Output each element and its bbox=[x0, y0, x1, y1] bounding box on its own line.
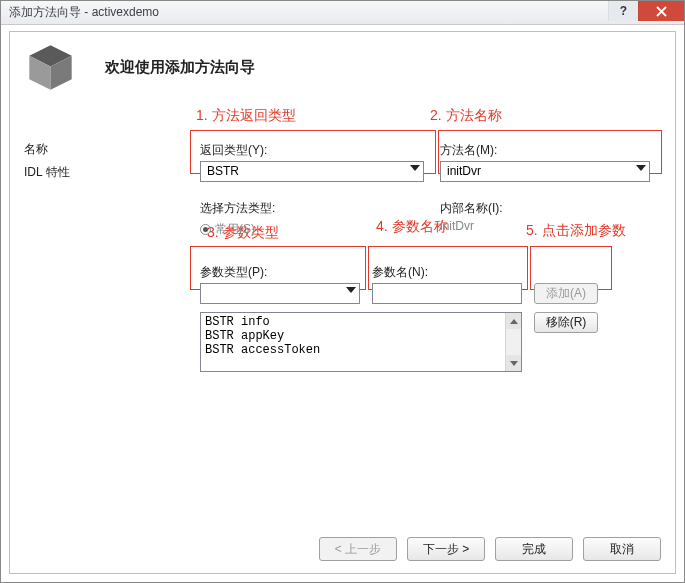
list-item[interactable]: BSTR appKey bbox=[205, 329, 517, 343]
internal-name-value: initDvr bbox=[440, 219, 655, 233]
param-type-label: 参数类型(P): bbox=[200, 264, 360, 281]
param-name-label: 参数名(N): bbox=[372, 264, 522, 281]
list-item[interactable]: BSTR info bbox=[205, 315, 517, 329]
scrollbar[interactable] bbox=[505, 313, 521, 371]
chevron-down-icon bbox=[410, 165, 420, 171]
chevron-up-icon bbox=[510, 319, 518, 324]
annotation-1: 1. 方法返回类型 bbox=[196, 107, 296, 125]
list-item[interactable]: BSTR accessToken bbox=[205, 343, 517, 357]
scroll-up-button[interactable] bbox=[506, 313, 522, 329]
window-title: 添加方法向导 - activexdemo bbox=[9, 4, 159, 21]
method-name-label: 方法名(M): bbox=[440, 142, 655, 159]
close-button[interactable] bbox=[638, 1, 684, 21]
add-param-button[interactable]: 添加(A) bbox=[534, 283, 598, 304]
titlebar: 添加方法向导 - activexdemo ? bbox=[1, 1, 684, 25]
chevron-down-icon bbox=[510, 361, 518, 366]
wizard-nav: 名称 IDL 特性 bbox=[24, 138, 164, 184]
annotation-2: 2. 方法名称 bbox=[430, 107, 502, 125]
help-button[interactable]: ? bbox=[608, 1, 638, 21]
remove-param-button[interactable]: 移除(R) bbox=[534, 312, 598, 333]
close-icon bbox=[656, 6, 667, 17]
method-name-value: initDvr bbox=[447, 164, 481, 178]
nav-item-name[interactable]: 名称 bbox=[24, 138, 164, 161]
radio-common: 常用(S) bbox=[200, 221, 440, 238]
wizard-cube-icon bbox=[24, 41, 77, 94]
wizard-header: 欢迎使用添加方法向导 bbox=[10, 32, 675, 94]
params-listbox[interactable]: BSTR info BSTR appKey BSTR accessToken bbox=[200, 312, 522, 372]
chevron-down-icon bbox=[346, 287, 356, 293]
form-area: 返回类型(Y): BSTR 方法名(M): initDvr 选择方法类型: bbox=[200, 142, 655, 372]
return-type-label: 返回类型(Y): bbox=[200, 142, 440, 159]
wizard-footer: < 上一步 下一步 > 完成 取消 bbox=[319, 537, 661, 561]
return-type-combo[interactable]: BSTR bbox=[200, 161, 424, 182]
scroll-down-button[interactable] bbox=[506, 355, 522, 371]
chevron-down-icon bbox=[636, 165, 646, 171]
cancel-button[interactable]: 取消 bbox=[583, 537, 661, 561]
prev-button[interactable]: < 上一步 bbox=[319, 537, 397, 561]
radio-common-label: 常用(S) bbox=[215, 221, 255, 238]
nav-item-idl[interactable]: IDL 特性 bbox=[24, 161, 164, 184]
return-type-value: BSTR bbox=[207, 164, 239, 178]
title-controls: ? bbox=[608, 1, 684, 21]
select-method-type-label: 选择方法类型: bbox=[200, 200, 440, 217]
radio-icon bbox=[200, 224, 211, 235]
wizard-title: 欢迎使用添加方法向导 bbox=[105, 58, 255, 77]
internal-name-label: 内部名称(I): bbox=[440, 200, 655, 217]
param-type-combo[interactable] bbox=[200, 283, 360, 304]
next-button[interactable]: 下一步 > bbox=[407, 537, 485, 561]
dialog-body: 欢迎使用添加方法向导 名称 IDL 特性 1. 方法返回类型 2. 方法名称 3… bbox=[9, 31, 676, 574]
finish-button[interactable]: 完成 bbox=[495, 537, 573, 561]
method-name-combo[interactable]: initDvr bbox=[440, 161, 650, 182]
param-name-input[interactable] bbox=[372, 283, 522, 304]
